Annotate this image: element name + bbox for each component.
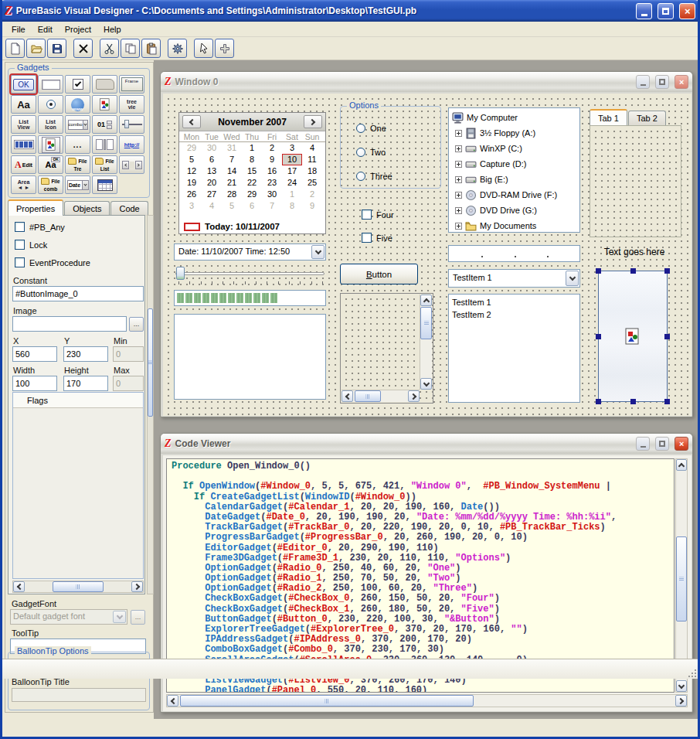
image-gadget[interactable] [598, 271, 668, 402]
gadget-splitter[interactable] [92, 135, 117, 154]
scroll-thumb[interactable] [676, 536, 687, 622]
calendar-gadget[interactable]: November 2007MonTueWedThuFriSatSun293031… [178, 112, 326, 234]
calendar-day[interactable]: 4 [202, 200, 222, 212]
calendar-day[interactable]: 19 [182, 177, 202, 189]
panel-content[interactable] [590, 125, 681, 237]
scroll-up-button[interactable] [420, 295, 432, 306]
flags-list[interactable]: Flags [12, 392, 144, 579]
gadget-explorertree[interactable]: FileTre [65, 155, 90, 174]
gadget-hyperlink[interactable]: http:// [119, 135, 144, 154]
list-item[interactable]: TestItem 2 [452, 308, 576, 321]
cut-button[interactable] [100, 39, 119, 58]
image-browse-button[interactable]: ... [129, 317, 144, 332]
menu-project[interactable]: Project [59, 23, 97, 36]
scrollarea-gadget[interactable] [340, 293, 433, 404]
close-button[interactable]: × [675, 75, 688, 89]
calendar-day[interactable]: 14 [222, 165, 242, 177]
maximize-button[interactable] [658, 3, 674, 19]
editor-gadget[interactable] [174, 314, 326, 400]
minimize-button[interactable] [636, 437, 650, 451]
gadget-spin[interactable]: 01 [92, 115, 117, 134]
gadget-web[interactable]: www [65, 95, 90, 114]
tree-item[interactable]: WinXP (C:) [449, 141, 579, 156]
dropdown-arrow-icon[interactable] [566, 271, 579, 286]
close-button[interactable]: × [679, 3, 695, 19]
resize-handle[interactable] [630, 268, 636, 274]
calendar-day[interactable]: 16 [262, 165, 282, 177]
resize-handle[interactable] [664, 334, 670, 339]
save-button[interactable] [47, 39, 66, 58]
gadget-listicon[interactable]: ListIcon [38, 115, 63, 134]
calendar-day[interactable]: 31 [222, 142, 242, 154]
add-gadget-button[interactable] [215, 39, 234, 58]
panel-tab-2[interactable]: Tab 2 [628, 111, 666, 125]
expand-icon[interactable] [455, 223, 462, 230]
calendar-day[interactable]: 5 [182, 154, 202, 165]
resize-handle[interactable] [664, 399, 670, 404]
resize-handle[interactable] [630, 399, 636, 404]
flags-hscrollbar[interactable] [12, 581, 144, 593]
calendar-day[interactable]: 6 [202, 154, 222, 165]
gadget-calendar[interactable] [92, 175, 117, 194]
scroll-thumb[interactable] [180, 695, 474, 707]
trackbar-gadget[interactable] [174, 265, 326, 285]
calendar-day[interactable]: 15 [242, 165, 262, 177]
checkbox-eventprocedure[interactable]: EventProcedure [15, 257, 90, 267]
checkbox-box[interactable] [362, 233, 372, 243]
calendar-day[interactable]: 30 [202, 142, 222, 154]
gadget-imagebutton[interactable] [38, 135, 63, 154]
gadget-combobox[interactable]: combo [65, 115, 90, 134]
paste-button[interactable] [141, 39, 161, 58]
gadget-trackbar[interactable] [119, 115, 144, 134]
calendar-day[interactable]: 24 [282, 177, 302, 189]
scroll-right-button[interactable] [131, 581, 143, 592]
calendar-day[interactable]: 6 [242, 200, 262, 212]
scroll-right-button[interactable] [675, 695, 687, 707]
menu-help[interactable]: Help [97, 23, 127, 36]
explorertree-gadget[interactable]: My Computer3½ Floppy (A:)WinXP (C:)Captu… [448, 107, 580, 233]
calendar-day[interactable]: 3 [182, 200, 202, 212]
checkbox-box[interactable] [15, 222, 25, 232]
checkbox-lock[interactable]: Lock [15, 240, 47, 250]
expand-icon[interactable] [455, 130, 462, 137]
calendar-day[interactable]: 25 [302, 177, 322, 189]
calendar-day[interactable]: 5 [222, 200, 242, 212]
calendar-day[interactable]: 12 [182, 165, 202, 177]
expand-icon[interactable] [455, 161, 462, 168]
gadget-frame[interactable]: Frame [119, 75, 144, 94]
scroll-thumb[interactable] [420, 307, 432, 339]
minimize-button[interactable] [636, 3, 652, 19]
tree-item[interactable]: Capture (D:) [449, 156, 579, 172]
calendar-day[interactable]: 1 [242, 142, 262, 154]
calendar-day[interactable]: 2 [302, 189, 322, 200]
menu-file[interactable]: File [5, 23, 32, 36]
checkbox-box[interactable] [15, 240, 25, 250]
resize-grip-icon[interactable] [687, 668, 696, 677]
gadget-string-mini[interactable]: ... [65, 135, 90, 154]
open-button[interactable] [26, 39, 46, 58]
x-input[interactable] [12, 346, 57, 362]
width-input[interactable] [12, 376, 57, 391]
gadget-explorerlist[interactable]: FileList [92, 155, 117, 174]
scroll-right-button[interactable] [408, 390, 420, 402]
gadgetfont-browse-button[interactable]: ... [131, 610, 145, 625]
menu-edit[interactable]: Edit [32, 23, 59, 36]
gadget-treeview[interactable]: treevie [119, 95, 144, 114]
close-button[interactable]: × [675, 437, 688, 451]
resize-handle[interactable] [664, 268, 670, 274]
tab-objects[interactable]: Objects [64, 201, 110, 216]
panel-tab-1[interactable]: Tab 1 [590, 109, 627, 125]
properties-vscrollbar[interactable] [147, 215, 154, 594]
list-item[interactable]: TestItem 1 [452, 296, 576, 308]
checkbox-four[interactable]: Four [362, 209, 394, 220]
checkbox-box[interactable] [362, 209, 372, 220]
gadget-button[interactable]: OK [11, 75, 36, 94]
calendar-day[interactable]: 1 [282, 189, 302, 200]
ipaddress-gadget[interactable] [448, 245, 580, 262]
calendar-day[interactable]: 13 [202, 165, 222, 177]
option-three[interactable]: Three [356, 172, 392, 181]
code-editor[interactable]: Procedure Open_Window_0() If OpenWindow(… [166, 458, 675, 693]
trackbar-thumb[interactable] [176, 267, 185, 280]
y-input[interactable] [63, 346, 108, 362]
image-gadget-selection[interactable] [596, 268, 670, 404]
